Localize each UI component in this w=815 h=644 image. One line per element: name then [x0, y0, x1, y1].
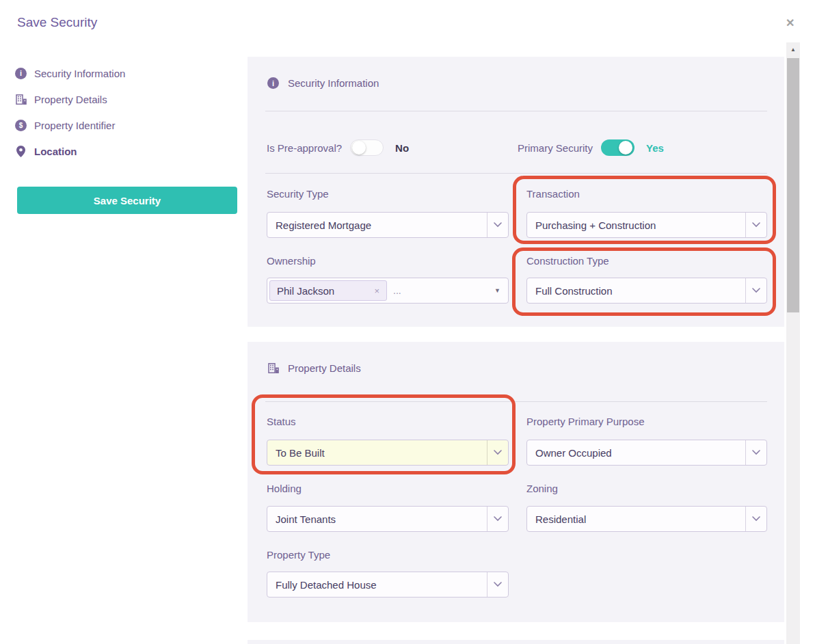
- primary-security-label: Primary Security: [518, 142, 593, 154]
- zoning-select[interactable]: Residential: [526, 506, 767, 532]
- transaction-select[interactable]: Purchasing + Construction: [526, 212, 767, 238]
- section-security-information: i Security Information Is Pre-approval? …: [248, 57, 784, 327]
- property-type-select[interactable]: Fully Detached House: [267, 572, 509, 598]
- section-title: Property Details: [288, 362, 361, 374]
- ownership-tag: Phil Jackson ×: [269, 280, 387, 301]
- scroll-up-arrow-icon[interactable]: ▲: [786, 42, 800, 57]
- sidebar-item-property-details[interactable]: Property Details: [15, 86, 241, 112]
- sidebar-item-label: Property Identifier: [34, 120, 115, 131]
- building-icon: [15, 94, 27, 105]
- property-type-label: Property Type: [267, 549, 509, 561]
- location-pin-icon: [15, 146, 27, 157]
- save-security-modal: Save Security ✕ i Security Information: [0, 0, 815, 644]
- sidebar: i Security Information Property Details: [15, 60, 241, 164]
- pre-approval-toggle[interactable]: [350, 139, 384, 156]
- sidebar-item-property-identifier[interactable]: $ Property Identifier: [15, 112, 241, 138]
- chevron-down-icon: [745, 213, 766, 237]
- holding-field: Holding Joint Tenants: [267, 483, 509, 532]
- pre-approval-state: No: [395, 142, 409, 154]
- chevron-down-icon: [487, 572, 508, 597]
- tag-label: Phil Jackson: [277, 285, 334, 297]
- ownership-placeholder: ...: [393, 285, 494, 296]
- chevron-down-icon: [745, 278, 766, 303]
- dollar-icon: $: [15, 120, 27, 131]
- security-type-field: Security Type Registered Mortgage: [267, 188, 509, 238]
- section-title: Security Information: [288, 77, 379, 89]
- construction-type-field: Construction Type Full Construction: [526, 255, 767, 304]
- status-field: Status To Be Built: [267, 416, 509, 466]
- save-security-button[interactable]: Save Security: [17, 187, 237, 214]
- divider: [265, 401, 767, 402]
- property-type-field: Property Type Fully Detached House: [267, 549, 509, 598]
- remove-tag-icon[interactable]: ×: [374, 286, 379, 296]
- transaction-label: Transaction: [526, 188, 767, 200]
- pre-approval-toggle-group: Is Pre-approval? No: [267, 139, 409, 156]
- section-property-details: Property Details Status To Be Built Prop…: [248, 342, 784, 622]
- info-icon: i: [267, 77, 279, 89]
- toggle-knob: [619, 141, 632, 155]
- sidebar-item-label: Location: [34, 146, 77, 157]
- pre-approval-label: Is Pre-approval?: [267, 142, 342, 154]
- construction-type-label: Construction Type: [526, 255, 767, 267]
- dropdown-arrow-icon: ▼: [494, 287, 500, 294]
- property-primary-purpose-select[interactable]: Owner Occupied: [526, 440, 767, 466]
- toggle-knob: [352, 141, 366, 155]
- holding-select[interactable]: Joint Tenants: [267, 506, 509, 532]
- section-header: Property Details: [267, 362, 361, 374]
- primary-security-toggle-group: Primary Security Yes: [518, 139, 664, 156]
- ownership-field: Ownership Phil Jackson × ... ▼: [267, 255, 509, 304]
- ownership-label: Ownership: [267, 255, 509, 267]
- primary-security-state: Yes: [646, 142, 664, 154]
- chevron-down-icon: [745, 507, 766, 531]
- holding-label: Holding: [267, 483, 509, 494]
- zoning-field: Zoning Residential: [526, 483, 767, 532]
- ownership-multiselect[interactable]: Phil Jackson × ... ▼: [267, 278, 509, 304]
- chevron-down-icon: [487, 213, 508, 237]
- chevron-down-icon: [487, 507, 508, 531]
- page-title: Save Security: [17, 15, 97, 30]
- divider: [265, 111, 767, 111]
- sidebar-item-security-information[interactable]: i Security Information: [15, 60, 241, 86]
- info-icon: i: [15, 68, 27, 79]
- status-label: Status: [267, 416, 509, 427]
- divider: [265, 173, 767, 174]
- status-select[interactable]: To Be Built: [267, 440, 509, 466]
- property-primary-purpose-field: Property Primary Purpose Owner Occupied: [526, 416, 767, 466]
- security-type-label: Security Type: [267, 188, 509, 200]
- close-icon[interactable]: ✕: [786, 16, 794, 29]
- transaction-field: Transaction Purchasing + Construction: [526, 188, 767, 238]
- sidebar-item-location[interactable]: Location: [15, 138, 241, 164]
- construction-type-select[interactable]: Full Construction: [526, 278, 767, 304]
- section-header: i Security Information: [267, 77, 379, 89]
- primary-security-toggle[interactable]: [601, 139, 634, 156]
- building-icon: [267, 363, 279, 373]
- scrollbar-thumb[interactable]: [787, 58, 799, 312]
- property-primary-purpose-label: Property Primary Purpose: [526, 416, 767, 427]
- chevron-down-icon: [745, 440, 766, 465]
- security-type-select[interactable]: Registered Mortgage: [267, 212, 509, 238]
- sidebar-item-label: Property Details: [34, 94, 107, 105]
- scrollbar[interactable]: ▲: [786, 42, 800, 644]
- section-next-sliver: [248, 640, 784, 644]
- chevron-down-icon: [487, 440, 508, 465]
- sidebar-item-label: Security Information: [34, 68, 125, 79]
- zoning-label: Zoning: [526, 483, 767, 494]
